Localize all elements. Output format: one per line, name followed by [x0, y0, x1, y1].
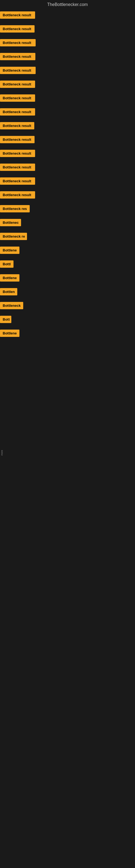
- bottleneck-row-8: Bottleneck result: [0, 120, 135, 134]
- bottleneck-badge-16[interactable]: Bottleneck re: [0, 233, 27, 240]
- bottleneck-badge-19[interactable]: Bottlene: [0, 274, 19, 282]
- bottleneck-badge-6[interactable]: Bottleneck result: [0, 94, 35, 102]
- bottleneck-row-9: Bottleneck result: [0, 134, 135, 148]
- bottleneck-badge-5[interactable]: Bottleneck result: [0, 81, 35, 88]
- bottleneck-row-21: Bottleneck: [0, 300, 135, 314]
- bottleneck-badge-1[interactable]: Bottleneck result: [0, 25, 35, 33]
- bottleneck-badge-13[interactable]: Bottleneck result: [0, 191, 35, 198]
- bottleneck-row-12: Bottleneck result: [0, 176, 135, 190]
- bottleneck-badge-4[interactable]: Bottleneck result: [0, 67, 36, 74]
- bottleneck-badge-2[interactable]: Bottleneck result: [0, 39, 36, 46]
- bottleneck-row-10: Bottleneck result: [0, 148, 135, 162]
- bottleneck-badge-0[interactable]: Bottleneck result: [0, 11, 35, 19]
- bottleneck-row-1: Bottleneck result: [0, 24, 135, 37]
- bottleneck-row-14: Bottleneck res: [0, 204, 135, 217]
- bottleneck-row-6: Bottleneck result: [0, 93, 135, 106]
- bottleneck-badge-21[interactable]: Bottleneck: [0, 302, 23, 309]
- bottleneck-row-16: Bottleneck re: [0, 231, 135, 245]
- bottleneck-row-4: Bottleneck result: [0, 65, 135, 79]
- bottleneck-row-7: Bottleneck result: [0, 106, 135, 120]
- bottleneck-badge-12[interactable]: Bottleneck result: [0, 177, 35, 185]
- bottleneck-badge-23[interactable]: Bottlene: [0, 330, 19, 337]
- bottleneck-row-22: Bott: [0, 314, 135, 328]
- bottleneck-badge-3[interactable]: Bottleneck result: [0, 53, 35, 60]
- bottleneck-row-0: Bottleneck result: [0, 10, 135, 24]
- bottleneck-badge-14[interactable]: Bottleneck res: [0, 205, 30, 212]
- bottleneck-badge-15[interactable]: Bottlenec: [0, 219, 21, 226]
- site-title: TheBottlenecker.com: [0, 0, 135, 10]
- bottleneck-row-17: Bottlene: [0, 245, 135, 259]
- bottleneck-row-5: Bottleneck result: [0, 79, 135, 93]
- bottleneck-badge-20[interactable]: Bottlen: [0, 288, 17, 296]
- bottleneck-row-20: Bottlen: [0, 286, 135, 300]
- bottleneck-badge-17[interactable]: Bottlene: [0, 247, 19, 254]
- bottleneck-row-2: Bottleneck result: [0, 37, 135, 51]
- bottleneck-badge-10[interactable]: Bottleneck result: [0, 150, 35, 157]
- bottleneck-badge-22[interactable]: Bott: [0, 316, 11, 323]
- bottleneck-row-15: Bottlenec: [0, 217, 135, 231]
- bottleneck-badge-11[interactable]: Bottleneck result: [0, 163, 35, 171]
- bottleneck-row-18: Bottl: [0, 259, 135, 273]
- bottleneck-row-3: Bottleneck result: [0, 51, 135, 65]
- bottleneck-badge-8[interactable]: Bottleneck result: [0, 122, 34, 129]
- bottleneck-row-11: Bottleneck result: [0, 162, 135, 176]
- bottleneck-row-13: Bottleneck result: [0, 190, 135, 204]
- bottleneck-badge-9[interactable]: Bottleneck result: [0, 136, 35, 143]
- bottleneck-badge-18[interactable]: Bottl: [0, 260, 13, 268]
- bottleneck-row-19: Bottlene: [0, 273, 135, 286]
- bottleneck-badge-7[interactable]: Bottleneck result: [0, 108, 35, 116]
- axis-label: more: [1, 450, 3, 456]
- bottleneck-row-23: Bottlene: [0, 328, 135, 342]
